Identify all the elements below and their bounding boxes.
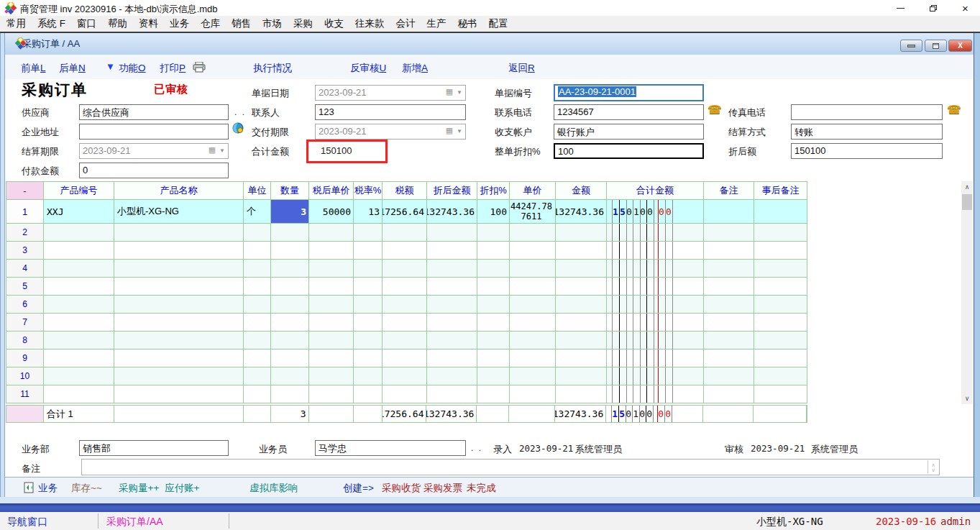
purchase-invoice-link[interactable]: 采购发票 bbox=[423, 482, 462, 495]
header-total-amount[interactable]: 合计金额 bbox=[607, 182, 704, 199]
discount-field[interactable]: 100 bbox=[554, 143, 704, 159]
prev-doc-button[interactable]: 前单L bbox=[21, 62, 46, 75]
remark-field[interactable]: ∧∨ bbox=[81, 459, 940, 475]
header-unit-price[interactable]: 单价 bbox=[510, 182, 556, 199]
date-field[interactable]: 2023-09-21 ▦ ▼ bbox=[315, 85, 466, 101]
next-doc-button[interactable]: 后单N bbox=[59, 62, 86, 75]
doc-restore-button[interactable] bbox=[925, 40, 947, 52]
menu-item-data[interactable]: 资料 bbox=[139, 17, 158, 30]
remark-spinner[interactable]: ∧∨ bbox=[928, 460, 938, 474]
menu-item-warehouse[interactable]: 仓库 bbox=[201, 17, 220, 30]
delivery-field[interactable]: 2023-09-21 ▦ ▼ bbox=[315, 124, 466, 140]
function-dropdown-icon[interactable]: ▼ bbox=[106, 61, 115, 72]
menu-item-market[interactable]: 市场 bbox=[262, 17, 282, 30]
purchase-receive-link[interactable]: 采购收货 bbox=[382, 482, 421, 495]
menu-item-system[interactable]: 系统 F bbox=[37, 17, 65, 30]
header-product-name[interactable]: 产品名称 bbox=[114, 182, 244, 199]
phone-dial-icon[interactable]: ☎ bbox=[707, 103, 722, 116]
exec-status-button[interactable]: 执行情况 bbox=[253, 62, 292, 75]
supplier-field[interactable]: 综合供应商 bbox=[79, 104, 229, 120]
refresh-doc-icon[interactable] bbox=[24, 482, 34, 493]
unaudit-button[interactable]: 反审核U bbox=[350, 62, 386, 75]
menu-item-income[interactable]: 收支 bbox=[324, 17, 344, 30]
menu-item-config[interactable]: 配置 bbox=[489, 17, 508, 30]
table-scrollbar[interactable]: ∧ ∨ bbox=[961, 181, 973, 404]
account-field[interactable]: 银行账户 bbox=[554, 124, 704, 140]
header-product-code[interactable]: 产品编号 bbox=[44, 182, 114, 199]
settle-method-field[interactable]: 转账 bbox=[791, 124, 943, 140]
menu-item-help[interactable]: 帮助 bbox=[108, 17, 127, 30]
table-row[interactable]: 4 bbox=[6, 260, 807, 278]
header-discount[interactable]: 折扣% bbox=[477, 182, 510, 199]
agent-lookup-button[interactable]: . . bbox=[471, 443, 482, 453]
header-tax[interactable]: 税额 bbox=[383, 182, 427, 199]
purchase-qty-link[interactable]: 采购量++ bbox=[119, 482, 159, 495]
doc-minimize-button[interactable] bbox=[900, 40, 922, 52]
phone-field[interactable]: 1234567 bbox=[554, 104, 704, 120]
return-button[interactable]: 返回R bbox=[508, 62, 535, 75]
cell-qty-selected[interactable]: 3 bbox=[271, 200, 309, 223]
settle-date-field[interactable]: 2023-09-21 ▦ ▼ bbox=[79, 143, 229, 159]
table-row[interactable]: 2 bbox=[6, 224, 807, 242]
biz-link[interactable]: 业务 bbox=[38, 482, 58, 495]
function-button[interactable]: 功能O bbox=[119, 62, 146, 75]
menu-item-common[interactable]: 常用 bbox=[6, 17, 26, 30]
fax-field[interactable] bbox=[791, 104, 943, 120]
calendar-icon[interactable]: ▦ ▼ bbox=[209, 145, 226, 155]
menu-item-purchase[interactable]: 采购 bbox=[293, 17, 313, 30]
table-row[interactable]: 9 bbox=[6, 349, 807, 367]
unfinished-link[interactable]: 未完成 bbox=[467, 482, 496, 495]
minimize-button[interactable] bbox=[886, 0, 915, 16]
header-tax-rate[interactable]: 税率% bbox=[354, 182, 383, 199]
menu-item-window[interactable]: 窗口 bbox=[77, 17, 96, 30]
menu-item-production[interactable]: 生产 bbox=[427, 17, 447, 30]
globe-icon[interactable] bbox=[232, 122, 244, 134]
agent-field[interactable]: 马学忠 bbox=[315, 440, 466, 456]
paid-field[interactable]: 0 bbox=[79, 163, 229, 178]
restore-button[interactable] bbox=[919, 0, 948, 16]
menu-item-accounts[interactable]: 往来款 bbox=[355, 17, 385, 30]
header-price-with-tax[interactable]: 税后单价 bbox=[309, 182, 354, 199]
dept-field[interactable]: 销售部 bbox=[79, 440, 229, 456]
table-row[interactable]: 3 bbox=[6, 242, 807, 260]
payable-link[interactable]: 应付账+ bbox=[165, 482, 199, 495]
scroll-up-icon[interactable]: ∧ bbox=[961, 181, 973, 193]
menu-item-secretary[interactable]: 秘书 bbox=[458, 17, 477, 30]
header-qty[interactable]: 数量 bbox=[271, 182, 309, 199]
close-button[interactable]: × bbox=[951, 0, 980, 16]
stock-link[interactable]: 库存~~ bbox=[71, 482, 102, 495]
header-unit[interactable]: 单位 bbox=[244, 182, 271, 199]
menu-item-sales[interactable]: 销售 bbox=[232, 17, 251, 30]
scroll-down-icon[interactable]: ∨ bbox=[961, 393, 973, 404]
print-button[interactable]: 打印P bbox=[160, 62, 186, 75]
table-row[interactable]: 6 bbox=[6, 296, 807, 314]
table-row-selected[interactable]: 1 XXJ 小型机-XG-NG 个 3 50000 13 17256.64 13… bbox=[6, 200, 807, 224]
header-amount[interactable]: 金额 bbox=[556, 182, 607, 199]
address-field[interactable] bbox=[79, 124, 229, 140]
doc-close-button[interactable]: X bbox=[948, 40, 972, 52]
scrollbar-thumb[interactable] bbox=[962, 194, 972, 210]
table-row[interactable]: 5 bbox=[6, 278, 807, 296]
printer-icon[interactable] bbox=[193, 62, 206, 73]
contact-field[interactable]: 123 bbox=[315, 104, 466, 120]
menu-item-accounting[interactable]: 会计 bbox=[396, 17, 416, 30]
doc-no-field[interactable]: AA-23-09-21-0001 bbox=[554, 84, 704, 101]
header-remark[interactable]: 备注 bbox=[704, 182, 754, 199]
table-row[interactable]: 11 bbox=[6, 385, 807, 403]
table-row[interactable]: 10 bbox=[6, 367, 807, 385]
discounted-field[interactable]: 150100 bbox=[791, 143, 943, 159]
header-rownum[interactable]: - bbox=[6, 182, 44, 199]
calendar-icon[interactable]: ▦ ▼ bbox=[446, 87, 463, 96]
table-row[interactable]: 7 bbox=[6, 314, 807, 332]
add-new-button[interactable]: 新增A bbox=[402, 62, 428, 75]
calendar-icon[interactable]: ▦ ▼ bbox=[446, 126, 463, 135]
purchase-order-tab[interactable]: 采购订单/AA bbox=[106, 516, 163, 529]
nav-window-tab[interactable]: 导航窗口 bbox=[7, 516, 47, 529]
virtual-stock-link[interactable]: 虚拟库影响 bbox=[249, 482, 298, 495]
create-link[interactable]: 创建=> bbox=[343, 482, 374, 495]
supplier-lookup-button[interactable]: . . bbox=[234, 107, 246, 117]
menu-item-business[interactable]: 业务 bbox=[170, 17, 189, 30]
table-row[interactable]: 8 bbox=[6, 332, 807, 349]
fax-dial-icon[interactable]: ☎ bbox=[947, 103, 961, 116]
header-discounted-amount[interactable]: 折后金额 bbox=[427, 182, 477, 199]
